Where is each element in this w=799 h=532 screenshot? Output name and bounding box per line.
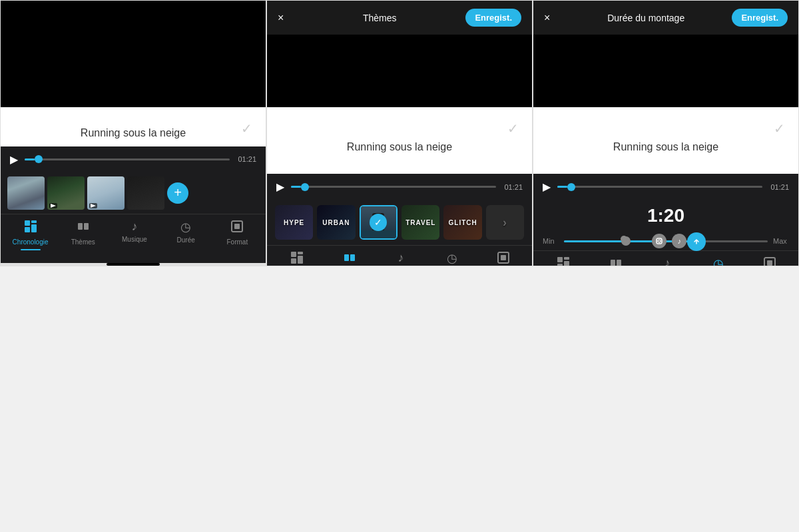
svg-marker-0 (51, 204, 56, 208)
middle-area-2: ✓ Running sous la neige (267, 107, 532, 174)
bottom-bar-1 (1, 263, 266, 266)
duration-display: 1:20 (533, 200, 798, 232)
nav-label-themes-1: Thèmes (71, 238, 95, 246)
duration-value: 1:20 (647, 205, 684, 226)
save-button-2[interactable]: Enregist. (465, 9, 521, 27)
nav-themes-3[interactable]: Thèmes (599, 256, 633, 266)
top-bar-title-2: Thèmes (294, 13, 465, 23)
checkmark-icon-2: ✓ (507, 121, 519, 136)
nav-duree-3[interactable]: ◷ Durée (702, 256, 735, 266)
theme-more-label: › (503, 216, 507, 230)
progress-track-1[interactable] (25, 158, 230, 160)
nav-musique-2[interactable]: ♪ Musique (384, 251, 417, 266)
svg-rect-24 (564, 257, 569, 260)
svg-rect-10 (291, 252, 296, 257)
svg-rect-13 (298, 256, 303, 264)
thumbnail-strip: + (1, 172, 266, 214)
nav-format-3[interactable]: Format (753, 256, 786, 266)
nav-themes-1[interactable]: Thèmes (67, 220, 100, 250)
playback-bar-2: ▶ 01:21 (267, 174, 532, 200)
theme-glitch-label: GLITCH (449, 219, 477, 226)
video-badge-2 (49, 203, 57, 208)
nav-icon-duree-3: ◷ (713, 256, 724, 266)
bottom-nav-2: Chronologie Thèmes ♪ Musique ◷ Durée (267, 245, 532, 266)
nav-chronologie-1[interactable]: Chronologie (13, 220, 49, 250)
svg-rect-15 (350, 254, 355, 261)
svg-rect-27 (611, 260, 615, 266)
nav-label-musique-1: Musique (122, 236, 147, 243)
nav-icon-chronologie-3 (557, 256, 570, 266)
nav-musique-1[interactable]: ♪ Musique (118, 220, 151, 250)
svg-point-20 (658, 240, 661, 242)
progress-track-2[interactable] (291, 186, 496, 188)
close-button-3[interactable]: × (544, 12, 560, 24)
slider-max-label: Max (773, 237, 789, 245)
progress-dot-2 (301, 183, 309, 191)
nav-label-format-1: Format (227, 238, 248, 246)
thumb-1[interactable] (7, 176, 45, 210)
save-button-3[interactable]: Enregist. (732, 9, 788, 27)
play-button-2[interactable]: ▶ (276, 180, 284, 193)
nav-format-1[interactable]: Format (220, 220, 254, 250)
close-button-2[interactable]: × (278, 12, 294, 24)
nav-active-bar-1 (21, 249, 41, 250)
themes-strip: HYPE URBAN ✓ TRAVEL GLITCH (267, 200, 532, 245)
progress-track-3[interactable] (557, 186, 762, 188)
theme-travel[interactable]: TRAVEL (401, 205, 439, 240)
slider-thumb-main[interactable] (687, 232, 706, 251)
slider-thumb-small-1 (621, 236, 631, 246)
slider-thumb-instagram (652, 234, 666, 248)
play-button-3[interactable]: ▶ (543, 180, 551, 193)
slider-thumb-music: ♪ (672, 234, 686, 248)
phone-panel-2: × Thèmes Enregist. ✓ Running sous la nei… (266, 0, 533, 266)
nav-themes-2[interactable]: Thèmes (333, 251, 366, 266)
svg-rect-14 (344, 254, 349, 261)
progress-fill-1 (25, 158, 35, 160)
play-button-1[interactable]: ▶ (10, 153, 18, 166)
theme-travel-label: TRAVEL (405, 219, 435, 226)
video-area-2: × Thèmes Enregist. (267, 1, 532, 37)
theme-water (361, 230, 397, 238)
nav-icon-duree-2: ◷ (447, 251, 457, 266)
add-clip-button[interactable]: + (167, 182, 188, 204)
nav-icon-themes-3 (609, 256, 623, 266)
duration-slider[interactable]: ♪ (564, 240, 768, 242)
nav-icon-themes-2 (343, 251, 356, 266)
svg-rect-9 (234, 224, 240, 229)
progress-dot-3 (567, 183, 575, 191)
svg-rect-25 (557, 264, 563, 266)
progress-dot-1 (35, 155, 43, 163)
nav-icon-themes-1 (77, 220, 90, 236)
svg-marker-1 (91, 204, 96, 208)
svg-rect-28 (617, 260, 621, 266)
slider-row: Min ♪ (533, 232, 798, 250)
theme-urban[interactable]: URBAN (317, 205, 355, 240)
phone-panel-1: ✓ Running sous la neige ▶ 01:21 (0, 0, 266, 266)
thumb-3[interactable] (87, 176, 125, 210)
nav-format-2[interactable]: Format (487, 251, 520, 266)
nav-chronologie-3[interactable]: Chronologie (545, 256, 581, 266)
checkmark-icon-3: ✓ (774, 121, 785, 136)
theme-hype-label: HYPE (284, 219, 304, 226)
nav-duree-2[interactable]: ◷ Durée (435, 251, 469, 266)
nav-icon-chronologie-2 (290, 251, 304, 266)
video-badge-3 (89, 203, 97, 208)
project-title-3: Running sous la neige (613, 141, 718, 153)
progress-fill-3 (557, 186, 567, 188)
editor-area-3: ▶ 01:21 1:20 Min (533, 174, 798, 266)
nav-musique-3[interactable]: ♪ Musique (651, 256, 684, 266)
theme-glitch[interactable]: GLITCH (443, 205, 481, 240)
thumb-4[interactable] (127, 176, 164, 210)
svg-rect-7 (84, 223, 89, 230)
theme-more[interactable]: › (486, 205, 524, 240)
theme-active-check: ✓ (370, 214, 387, 231)
svg-rect-4 (25, 227, 30, 232)
project-title-2: Running sous la neige (347, 141, 452, 153)
svg-rect-30 (767, 260, 772, 266)
theme-hype[interactable]: HYPE (275, 205, 313, 240)
theme-active[interactable]: ✓ (360, 205, 398, 240)
nav-chronologie-2[interactable]: Chronologie (279, 251, 315, 266)
nav-duree-1[interactable]: ◷ Durée (169, 220, 202, 250)
svg-rect-5 (31, 224, 37, 232)
thumb-2[interactable] (47, 176, 85, 210)
